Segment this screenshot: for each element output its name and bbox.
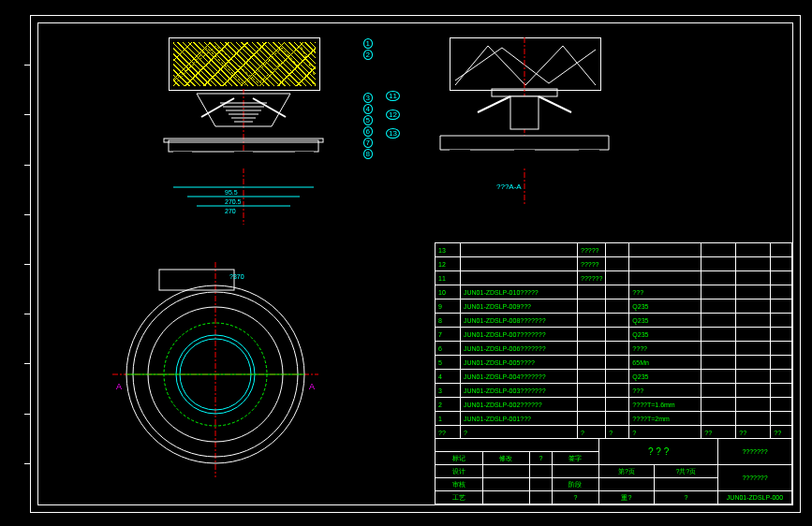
cell xyxy=(606,384,629,398)
cell xyxy=(606,300,629,314)
callout-13: 12 xyxy=(386,110,400,119)
cell: ????? xyxy=(578,243,606,257)
svg-rect-14 xyxy=(295,152,314,168)
cad-viewport[interactable]: 1 2 3 4 5 6 7 8 95.5 270.5 270 11 12 13 … xyxy=(0,0,812,526)
cell xyxy=(606,342,629,356)
dim-d1: ?370 xyxy=(229,273,244,280)
table-row: 7JUN01-ZDSLP-007???????Q235 xyxy=(436,328,792,342)
cell xyxy=(629,243,701,257)
cell xyxy=(578,356,606,370)
cell: ????T=1.6mm xyxy=(629,398,701,412)
callout-6: 6 xyxy=(363,127,373,136)
tb-r1c2: 修改 xyxy=(482,452,530,465)
callout-3: 3 xyxy=(363,94,373,102)
cell xyxy=(606,243,629,257)
cell: 11 xyxy=(436,271,461,285)
drawing-number: JUN01-ZDSLP-000 xyxy=(718,491,792,504)
cell xyxy=(771,412,792,426)
cell xyxy=(578,314,606,328)
cell: 65Mn xyxy=(629,356,701,370)
callout-12: 11 xyxy=(386,92,400,100)
cell xyxy=(701,398,736,412)
tb-r4c4: ? xyxy=(552,491,599,504)
cell xyxy=(606,314,629,328)
cell xyxy=(771,314,792,328)
cell xyxy=(461,243,578,257)
cell xyxy=(461,257,578,271)
cell: 13 xyxy=(436,243,461,257)
svg-rect-13 xyxy=(234,152,253,168)
dim-w3: 270 xyxy=(225,208,236,214)
callout-7: 7 xyxy=(363,139,373,147)
cell xyxy=(771,300,792,314)
parts-list: 13?????12?????11??????10JUN01-ZDSLP-010?… xyxy=(435,242,792,440)
svg-rect-21 xyxy=(510,96,539,129)
svg-rect-24 xyxy=(514,150,535,167)
cell: JUN01-ZDSLP-003??????? xyxy=(461,384,578,398)
cell xyxy=(578,285,606,300)
cell xyxy=(701,412,736,426)
table-row: 6JUN01-ZDSLP-006??????????? xyxy=(436,342,792,356)
cell: JUN01-ZDSLP-007??????? xyxy=(461,328,578,342)
cell xyxy=(701,328,736,342)
plan-view: A A ?370 xyxy=(94,262,337,477)
cell xyxy=(771,328,792,342)
cell: 3 xyxy=(436,384,461,398)
cell: JUN01-ZDSLP-002?????? xyxy=(461,398,578,412)
cell xyxy=(736,398,771,412)
cell xyxy=(578,328,606,342)
callout-5: 5 xyxy=(363,116,373,124)
table-row: 11?????? xyxy=(436,271,792,285)
cell xyxy=(606,356,629,370)
svg-line-27 xyxy=(539,96,571,112)
cell xyxy=(606,370,629,384)
cell xyxy=(771,271,792,285)
cell: JUN01-ZDSLP-005???? xyxy=(461,356,578,370)
cell xyxy=(606,285,629,300)
cell xyxy=(771,342,792,356)
svg-line-26 xyxy=(478,96,510,112)
tb-r4c1: 工艺 xyxy=(436,491,483,504)
cell: JUN01-ZDSLP-006??????? xyxy=(461,342,578,356)
tb-r1c3: ? xyxy=(530,452,553,465)
cell xyxy=(771,257,792,271)
table-row: 3JUN01-ZDSLP-003?????????? xyxy=(436,384,792,398)
project-name: ? ? ? xyxy=(599,439,718,465)
cell: ????T=2mm xyxy=(629,412,701,426)
cell xyxy=(578,300,606,314)
tb-r2c6: ?共?页 xyxy=(654,465,717,478)
ruler-left xyxy=(11,15,30,513)
cell: ??? xyxy=(629,285,701,300)
callout-11: 13 xyxy=(386,129,400,138)
cell xyxy=(736,342,771,356)
section-view: 11 12 13 ???A-A xyxy=(403,37,618,225)
svg-rect-25 xyxy=(579,150,599,167)
cell: ???? xyxy=(629,342,701,356)
cell: ?????? xyxy=(578,271,606,285)
cell xyxy=(578,370,606,384)
cell: Q235 xyxy=(629,328,701,342)
cell xyxy=(736,384,771,398)
cell xyxy=(771,243,792,257)
cell: 8 xyxy=(436,314,461,328)
cell xyxy=(578,398,606,412)
cell xyxy=(701,257,736,271)
cell: Q235 xyxy=(629,300,701,314)
table-row: 10JUN01-ZDSLP-010???????? xyxy=(436,285,792,300)
cell xyxy=(771,356,792,370)
cell xyxy=(578,384,606,398)
cell xyxy=(771,370,792,384)
section-marker-a1: A xyxy=(116,382,122,391)
cell: JUN01-ZDSLP-010????? xyxy=(461,285,578,300)
table-row: 1JUN01-ZDSLP-001???????T=2mm xyxy=(436,412,792,426)
front-view: 1 2 3 4 5 6 7 8 95.5 270.5 270 xyxy=(103,37,347,225)
cell: 2 xyxy=(436,398,461,412)
cell xyxy=(736,314,771,328)
cell xyxy=(701,243,736,257)
tb-r3c1: 审核 xyxy=(436,478,483,491)
cell xyxy=(629,257,701,271)
cell xyxy=(736,285,771,300)
callout-4: 4 xyxy=(363,105,373,113)
cell xyxy=(578,342,606,356)
cell xyxy=(701,285,736,300)
